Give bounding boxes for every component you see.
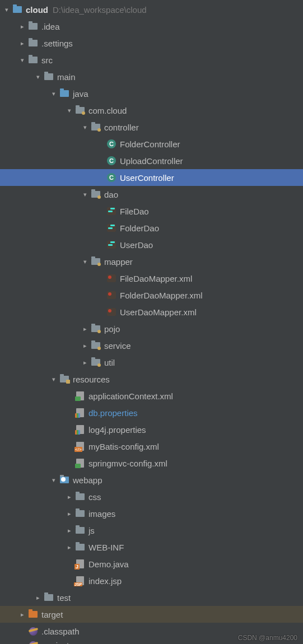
tree-row[interactable]: ▸ C FolderController xyxy=(0,136,303,152)
interface-icon xyxy=(106,240,116,250)
folder-icon xyxy=(75,525,85,535)
root-name: cloud xyxy=(26,5,48,15)
folder-icon xyxy=(75,542,85,552)
interface-icon xyxy=(106,223,116,233)
tree-row[interactable]: ▸ FileDao xyxy=(0,203,303,220)
tree-row[interactable]: ▾ webapp xyxy=(0,472,303,488)
tree-row[interactable]: ▸ css xyxy=(0,488,303,505)
chevron-down-icon[interactable]: ▾ xyxy=(18,57,27,64)
properties-icon xyxy=(75,408,85,418)
xml-icon xyxy=(75,441,85,451)
module-folder-icon xyxy=(12,4,22,15)
tree-row[interactable]: ▸ pojo xyxy=(0,320,303,337)
folder-icon xyxy=(44,72,54,82)
chevron-right-icon[interactable]: ▸ xyxy=(65,544,74,551)
eclipse-file-icon xyxy=(28,626,38,636)
chevron-right-icon[interactable]: ▸ xyxy=(81,325,90,333)
chevron-down-icon[interactable]: ▾ xyxy=(2,6,11,13)
class-icon: C xyxy=(106,172,116,183)
chevron-right-icon[interactable]: ▸ xyxy=(18,611,27,618)
tree-row[interactable]: ▸ FolderDao xyxy=(0,220,303,236)
tree-row[interactable]: ▸ Demo.java xyxy=(0,556,303,572)
tree-row[interactable]: ▸ service xyxy=(0,337,303,354)
package-icon xyxy=(91,357,101,367)
chevron-down-icon[interactable]: ▾ xyxy=(81,124,90,131)
package-icon xyxy=(91,189,101,199)
tree-row[interactable]: ▾ java xyxy=(0,85,303,102)
package-icon xyxy=(91,256,101,267)
xml-mapper-icon xyxy=(106,290,116,300)
tree-row[interactable]: ▸ log4j.properties xyxy=(0,421,303,438)
spring-xml-icon xyxy=(75,391,85,401)
tree-row[interactable]: ▸ FolderDaoMapper.xml xyxy=(0,287,303,304)
jsp-file-icon xyxy=(75,576,85,586)
tree-row[interactable]: ▾ dao xyxy=(0,186,303,203)
excluded-folder-icon xyxy=(28,609,38,619)
tree-row[interactable]: ▸ UserDao xyxy=(0,236,303,253)
xml-mapper-icon xyxy=(106,273,116,283)
interface-icon xyxy=(106,206,116,216)
tree-row[interactable]: ▾ resources xyxy=(0,371,303,388)
chevron-right-icon[interactable]: ▸ xyxy=(81,359,90,366)
tree-row[interactable]: ▸ images xyxy=(0,505,303,522)
tree-row[interactable]: ▸ .idea xyxy=(0,18,303,35)
chevron-down-icon[interactable]: ▾ xyxy=(49,90,58,97)
folder-icon xyxy=(28,38,38,48)
package-icon xyxy=(91,340,101,351)
chevron-down-icon[interactable]: ▾ xyxy=(49,376,58,383)
tree-row[interactable]: ▾ mapper xyxy=(0,253,303,270)
java-file-icon xyxy=(75,559,85,569)
package-icon xyxy=(91,122,101,132)
folder-icon xyxy=(44,592,54,603)
tree-row[interactable]: ▸ UserDaoMapper.xml xyxy=(0,304,303,320)
tree-row-selected[interactable]: ▸ C UserController xyxy=(0,169,303,186)
chevron-right-icon[interactable]: ▸ xyxy=(65,493,74,501)
tree-row[interactable]: ▸ index.jsp xyxy=(0,572,303,589)
tree-row[interactable]: ▸ applicationContext.xml xyxy=(0,388,303,404)
tree-row[interactable]: ▸ .settings xyxy=(0,35,303,52)
chevron-down-icon[interactable]: ▾ xyxy=(49,477,58,484)
class-icon: C xyxy=(106,139,116,149)
spring-xml-icon xyxy=(75,458,85,468)
tree-row-root[interactable]: ▾ cloud D:\idea_workspace\cloud xyxy=(0,1,303,18)
chevron-down-icon[interactable]: ▾ xyxy=(81,191,90,198)
eclipse-file-icon xyxy=(28,640,38,644)
chevron-down-icon[interactable]: ▾ xyxy=(65,107,74,114)
chevron-down-icon[interactable]: ▾ xyxy=(34,73,43,81)
chevron-right-icon[interactable]: ▸ xyxy=(18,23,27,30)
folder-icon xyxy=(28,55,38,65)
web-folder-icon xyxy=(59,475,69,485)
chevron-right-icon[interactable]: ▸ xyxy=(18,40,27,47)
folder-icon xyxy=(28,21,38,31)
root-path: D:\idea_workspace\cloud xyxy=(53,5,147,15)
tree-row[interactable]: ▸ util xyxy=(0,354,303,371)
project-tree[interactable]: ▾ cloud D:\idea_workspace\cloud ▸ .idea … xyxy=(0,0,303,644)
package-icon xyxy=(75,105,85,115)
chevron-right-icon[interactable]: ▸ xyxy=(65,527,74,534)
tree-row[interactable]: ▸ myBatis-config.xml xyxy=(0,438,303,455)
tree-row[interactable]: ▸ target xyxy=(0,606,303,623)
tree-row[interactable]: ▸ js xyxy=(0,522,303,539)
package-icon xyxy=(91,324,101,334)
tree-row[interactable]: ▾ main xyxy=(0,68,303,85)
tree-row[interactable]: ▸ FileDaoMapper.xml xyxy=(0,270,303,287)
folder-icon xyxy=(75,508,85,519)
tree-row[interactable]: ▾ controller xyxy=(0,119,303,136)
chevron-right-icon[interactable]: ▸ xyxy=(81,342,90,349)
tree-row[interactable]: ▸ db.properties xyxy=(0,404,303,421)
class-icon: C xyxy=(106,156,116,166)
properties-icon xyxy=(75,424,85,435)
tree-row[interactable]: ▾ com.cloud xyxy=(0,102,303,119)
chevron-down-icon[interactable]: ▾ xyxy=(81,258,90,265)
watermark: CSDN @anmu4200 xyxy=(238,634,297,642)
tree-row[interactable]: ▸ springmvc-config.xml xyxy=(0,455,303,472)
tree-row[interactable]: ▸ WEB-INF xyxy=(0,539,303,556)
chevron-right-icon[interactable]: ▸ xyxy=(34,594,43,601)
tree-row[interactable]: ▾ src xyxy=(0,52,303,68)
resources-folder-icon xyxy=(59,374,69,384)
source-folder-icon xyxy=(59,88,69,99)
tree-row[interactable]: ▸ test xyxy=(0,589,303,606)
xml-mapper-icon xyxy=(106,307,116,317)
tree-row[interactable]: ▸ C UploadController xyxy=(0,152,303,169)
chevron-right-icon[interactable]: ▸ xyxy=(65,510,74,517)
